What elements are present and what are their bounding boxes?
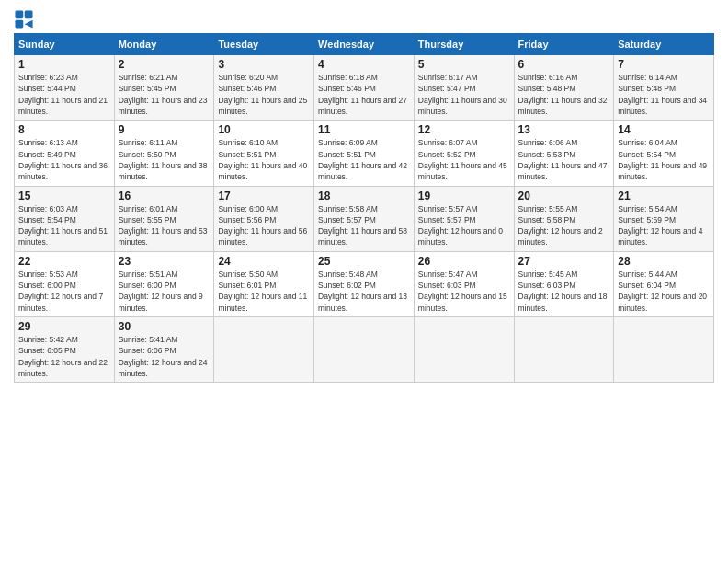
day-cell: 23Sunrise: 5:51 AMSunset: 6:00 PMDayligh…: [114, 251, 214, 316]
day-cell: 20Sunrise: 5:55 AMSunset: 5:58 PMDayligh…: [514, 186, 614, 251]
day-number: 10: [218, 123, 310, 136]
day-info: Sunrise: 6:03 AMSunset: 5:54 PMDaylight:…: [18, 203, 110, 248]
day-info: Sunrise: 5:53 AMSunset: 6:00 PMDaylight:…: [18, 269, 110, 314]
header: [14, 9, 714, 29]
day-info: Sunrise: 6:01 AMSunset: 5:55 PMDaylight:…: [119, 203, 210, 248]
day-cell: 26Sunrise: 5:47 AMSunset: 6:03 PMDayligh…: [414, 251, 514, 316]
day-info: Sunrise: 5:51 AMSunset: 6:00 PMDaylight:…: [119, 269, 210, 314]
calendar-header-row: SundayMondayTuesdayWednesdayThursdayFrid…: [15, 34, 714, 55]
day-number: 25: [318, 255, 410, 268]
day-number: 2: [119, 58, 210, 71]
day-info: Sunrise: 5:55 AMSunset: 5:58 PMDaylight:…: [518, 203, 610, 248]
day-info: Sunrise: 6:11 AMSunset: 5:50 PMDaylight:…: [119, 137, 210, 182]
day-info: Sunrise: 6:14 AMSunset: 5:48 PMDaylight:…: [618, 72, 710, 117]
day-number: 12: [418, 123, 510, 136]
day-cell: 19Sunrise: 5:57 AMSunset: 5:57 PMDayligh…: [414, 186, 514, 251]
day-cell: 15Sunrise: 6:03 AMSunset: 5:54 PMDayligh…: [15, 186, 115, 251]
day-number: 24: [218, 255, 310, 268]
day-cell: 17Sunrise: 6:00 AMSunset: 5:56 PMDayligh…: [214, 186, 314, 251]
day-info: Sunrise: 6:17 AMSunset: 5:47 PMDaylight:…: [418, 72, 510, 117]
day-number: 18: [318, 190, 410, 202]
day-number: 22: [18, 255, 110, 268]
day-info: Sunrise: 5:58 AMSunset: 5:57 PMDaylight:…: [318, 203, 410, 248]
day-number: 29: [18, 320, 110, 333]
day-number: 8: [18, 123, 110, 136]
day-cell: 21Sunrise: 5:54 AMSunset: 5:59 PMDayligh…: [614, 186, 714, 251]
day-info: Sunrise: 6:20 AMSunset: 5:46 PMDaylight:…: [218, 72, 310, 117]
day-cell: 5Sunrise: 6:17 AMSunset: 5:47 PMDaylight…: [414, 55, 514, 121]
col-header-thursday: Thursday: [414, 34, 514, 55]
day-cell: 10Sunrise: 6:10 AMSunset: 5:51 PMDayligh…: [214, 121, 314, 186]
day-info: Sunrise: 5:41 AMSunset: 6:06 PMDaylight:…: [119, 334, 210, 379]
col-header-friday: Friday: [514, 34, 614, 55]
day-number: 4: [318, 58, 410, 71]
week-row-2: 8Sunrise: 6:13 AMSunset: 5:49 PMDaylight…: [15, 121, 714, 186]
day-info: Sunrise: 5:57 AMSunset: 5:57 PMDaylight:…: [418, 203, 510, 248]
day-cell: 29Sunrise: 5:42 AMSunset: 6:05 PMDayligh…: [15, 317, 115, 383]
day-info: Sunrise: 6:21 AMSunset: 5:45 PMDaylight:…: [119, 72, 210, 117]
day-cell: 14Sunrise: 6:04 AMSunset: 5:54 PMDayligh…: [614, 121, 714, 186]
day-number: 17: [218, 190, 310, 202]
svg-marker-3: [25, 20, 33, 29]
col-header-sunday: Sunday: [15, 34, 115, 55]
day-info: Sunrise: 5:44 AMSunset: 6:04 PMDaylight:…: [618, 269, 710, 314]
week-row-3: 15Sunrise: 6:03 AMSunset: 5:54 PMDayligh…: [15, 186, 714, 251]
day-cell: 3Sunrise: 6:20 AMSunset: 5:46 PMDaylight…: [214, 55, 314, 121]
logo-icon: [14, 9, 34, 29]
day-info: Sunrise: 5:47 AMSunset: 6:03 PMDaylight:…: [418, 269, 510, 314]
day-cell: 1Sunrise: 6:23 AMSunset: 5:44 PMDaylight…: [15, 55, 115, 121]
day-cell: 28Sunrise: 5:44 AMSunset: 6:04 PMDayligh…: [614, 251, 714, 316]
day-info: Sunrise: 6:07 AMSunset: 5:52 PMDaylight:…: [418, 137, 510, 182]
day-number: 15: [18, 190, 110, 202]
day-info: Sunrise: 6:09 AMSunset: 5:51 PMDaylight:…: [318, 137, 410, 182]
day-info: Sunrise: 6:04 AMSunset: 5:54 PMDaylight:…: [618, 137, 710, 182]
day-number: 30: [119, 320, 210, 333]
day-cell: [414, 317, 514, 383]
day-number: 13: [518, 123, 610, 136]
day-number: 19: [418, 190, 510, 202]
week-row-1: 1Sunrise: 6:23 AMSunset: 5:44 PMDaylight…: [15, 55, 714, 121]
col-header-tuesday: Tuesday: [214, 34, 314, 55]
week-row-5: 29Sunrise: 5:42 AMSunset: 6:05 PMDayligh…: [15, 317, 714, 383]
day-info: Sunrise: 5:45 AMSunset: 6:03 PMDaylight:…: [518, 269, 610, 314]
day-cell: [214, 317, 314, 383]
day-info: Sunrise: 5:54 AMSunset: 5:59 PMDaylight:…: [618, 203, 710, 248]
svg-rect-0: [15, 10, 23, 18]
logo: [14, 9, 36, 29]
col-header-saturday: Saturday: [614, 34, 714, 55]
day-info: Sunrise: 6:16 AMSunset: 5:48 PMDaylight:…: [518, 72, 610, 117]
day-cell: [514, 317, 614, 383]
day-info: Sunrise: 6:18 AMSunset: 5:46 PMDaylight:…: [318, 72, 410, 117]
day-cell: 30Sunrise: 5:41 AMSunset: 6:06 PMDayligh…: [114, 317, 214, 383]
day-cell: [614, 317, 714, 383]
day-cell: [314, 317, 415, 383]
day-cell: 4Sunrise: 6:18 AMSunset: 5:46 PMDaylight…: [314, 55, 415, 121]
calendar-table: SundayMondayTuesdayWednesdayThursdayFrid…: [14, 33, 714, 383]
svg-rect-2: [15, 20, 23, 29]
day-cell: 8Sunrise: 6:13 AMSunset: 5:49 PMDaylight…: [15, 121, 115, 186]
day-info: Sunrise: 6:13 AMSunset: 5:49 PMDaylight:…: [18, 137, 110, 182]
day-cell: 27Sunrise: 5:45 AMSunset: 6:03 PMDayligh…: [514, 251, 614, 316]
day-cell: 9Sunrise: 6:11 AMSunset: 5:50 PMDaylight…: [114, 121, 214, 186]
day-info: Sunrise: 6:23 AMSunset: 5:44 PMDaylight:…: [18, 72, 110, 117]
day-number: 6: [518, 58, 610, 71]
col-header-wednesday: Wednesday: [314, 34, 415, 55]
day-cell: 25Sunrise: 5:48 AMSunset: 6:02 PMDayligh…: [314, 251, 415, 316]
day-number: 16: [119, 190, 210, 202]
day-number: 5: [418, 58, 510, 71]
day-cell: 24Sunrise: 5:50 AMSunset: 6:01 PMDayligh…: [214, 251, 314, 316]
day-cell: 18Sunrise: 5:58 AMSunset: 5:57 PMDayligh…: [314, 186, 415, 251]
day-info: Sunrise: 5:42 AMSunset: 6:05 PMDaylight:…: [18, 334, 110, 379]
day-number: 9: [119, 123, 210, 136]
day-cell: 22Sunrise: 5:53 AMSunset: 6:00 PMDayligh…: [15, 251, 115, 316]
day-info: Sunrise: 5:48 AMSunset: 6:02 PMDaylight:…: [318, 269, 410, 314]
day-number: 20: [518, 190, 610, 202]
day-number: 14: [618, 123, 710, 136]
day-cell: 12Sunrise: 6:07 AMSunset: 5:52 PMDayligh…: [414, 121, 514, 186]
day-number: 23: [119, 255, 210, 268]
day-cell: 13Sunrise: 6:06 AMSunset: 5:53 PMDayligh…: [514, 121, 614, 186]
day-cell: 7Sunrise: 6:14 AMSunset: 5:48 PMDaylight…: [614, 55, 714, 121]
day-cell: 11Sunrise: 6:09 AMSunset: 5:51 PMDayligh…: [314, 121, 415, 186]
week-row-4: 22Sunrise: 5:53 AMSunset: 6:00 PMDayligh…: [15, 251, 714, 316]
day-cell: 6Sunrise: 6:16 AMSunset: 5:48 PMDaylight…: [514, 55, 614, 121]
